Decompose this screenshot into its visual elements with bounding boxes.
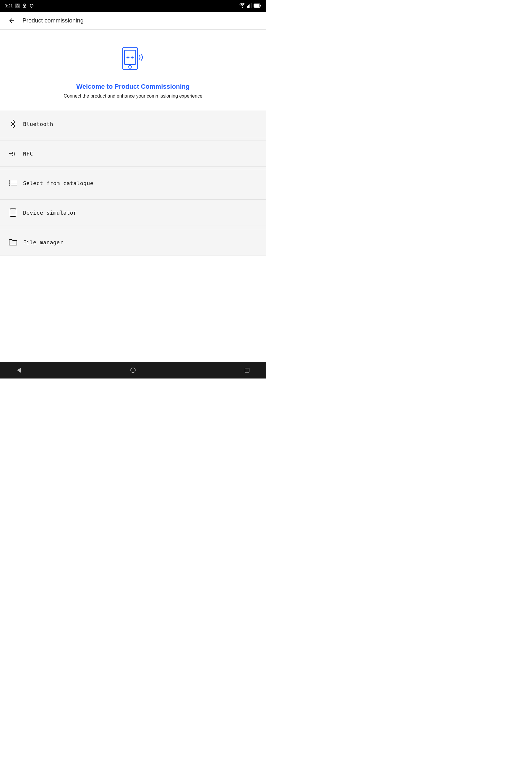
nav-home-button[interactable] [126,363,140,377]
signal-icon [247,3,252,9]
menu-item-simulator[interactable]: Device simulator [0,199,266,226]
svg-point-1 [24,6,25,7]
svg-rect-5 [250,4,250,8]
nav-bar [0,362,266,378]
svg-rect-25 [10,209,16,217]
svg-rect-10 [123,47,137,70]
device-icon [9,208,17,217]
notification-c-icon [29,3,34,9]
nfc-icon: ↩ )) [9,149,17,158]
simulator-label: Device simulator [23,210,76,216]
status-bar: 3:21 A [0,0,266,12]
list-icon [9,179,17,187]
svg-rect-6 [251,3,251,8]
wifi-icon [239,3,245,9]
svg-rect-3 [247,6,248,8]
catalogue-label: Select from catalogue [23,180,93,186]
notification-a-icon: A [15,4,20,8]
svg-point-24 [9,185,10,186]
svg-point-2 [31,7,32,8]
status-bar-left: 3:21 A [5,3,34,9]
hero-icon [115,42,151,77]
app-bar: Product commissioning [0,12,266,30]
time-display: 3:21 [5,4,13,8]
notification-b-icon [22,3,27,9]
status-bar-right [239,3,261,9]
hero-title: Welcome to Product Commissioning [76,83,190,90]
svg-point-29 [131,368,135,373]
svg-rect-9 [254,4,259,7]
battery-icon [253,4,261,9]
menu-item-catalogue[interactable]: Select from catalogue [0,170,266,197]
svg-point-23 [9,182,10,184]
svg-point-16 [129,65,132,68]
menu-list: Bluetooth ↩ )) NFC Select from catalogue [0,110,266,256]
svg-point-27 [13,216,13,216]
file-manager-label: File manager [23,239,63,245]
svg-rect-4 [248,5,249,8]
svg-text:)): )) [12,151,15,156]
menu-item-file-manager[interactable]: File manager [0,229,266,256]
bluetooth-label: Bluetooth [23,121,53,127]
hero-section: Welcome to Product Commissioning Connect… [0,30,266,107]
back-button[interactable] [6,15,18,27]
svg-rect-30 [245,368,249,372]
svg-rect-11 [124,50,136,65]
bluetooth-icon [9,120,17,128]
nav-recent-button[interactable] [240,363,254,377]
menu-item-bluetooth[interactable]: Bluetooth [0,110,266,137]
menu-item-nfc[interactable]: ↩ )) NFC [0,140,266,167]
nfc-label: NFC [23,151,33,157]
folder-icon [9,238,17,246]
svg-marker-28 [17,368,21,373]
svg-rect-8 [260,5,261,7]
svg-point-22 [9,180,10,182]
page-title: Product commissioning [22,17,84,24]
hero-subtitle: Connect the product and enhance your com… [64,93,202,99]
nav-back-button[interactable] [12,363,26,377]
